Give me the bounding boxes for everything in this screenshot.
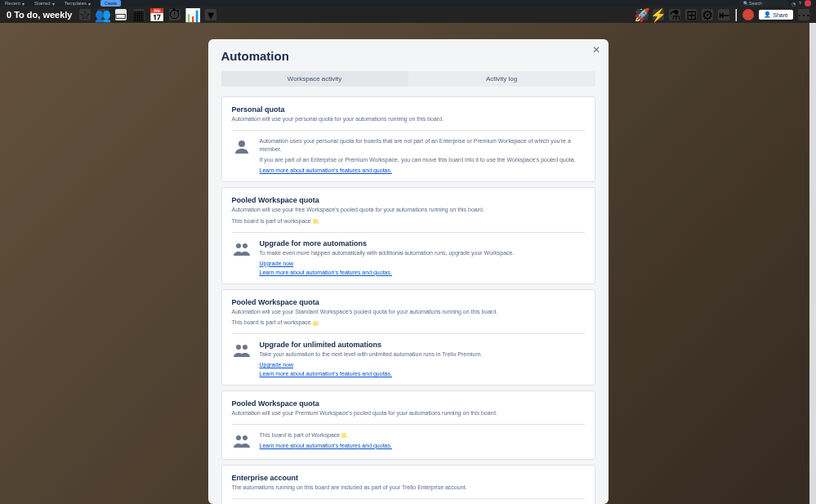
card-text: If you are part of an Enterprise or Prem… [260, 156, 585, 164]
powerup-icon[interactable]: ⊞ [685, 9, 697, 20]
svg-point-3 [236, 345, 241, 350]
learn-more-link[interactable]: Learn more about automation's features a… [260, 443, 585, 448]
learn-more-link[interactable]: Learn more about automation's features a… [260, 167, 585, 173]
learn-more-link[interactable]: Learn more about automation's features a… [260, 371, 585, 377]
upgrade-now-link[interactable]: Upgrade now [260, 362, 585, 368]
menu-templates[interactable]: Templates ▾ [65, 1, 91, 7]
badge-placeholder [313, 219, 318, 224]
card-text: Automation uses your personal quota for … [260, 137, 585, 154]
svg-point-0 [239, 140, 245, 147]
card-desc: Automation will use your personal quota … [232, 115, 585, 123]
card-desc: The automations running on this board ar… [232, 484, 585, 492]
filter-icon[interactable]: ⚗ [669, 9, 680, 20]
modal-overlay: ✕ Automation Workspace activity Activity… [0, 23, 816, 504]
card-title: Pooled Workspace quota [232, 399, 585, 408]
upgrade-now-link[interactable]: Upgrade now [260, 261, 585, 266]
star-icon[interactable]: ☆ [79, 9, 91, 20]
svg-point-2 [243, 243, 247, 248]
tab-bar: Workspace activity Activity log [221, 71, 595, 87]
view-icon-3[interactable]: ⏱ [169, 9, 181, 20]
view-icon-4[interactable]: 📊 [187, 9, 198, 20]
pooled-standard-card: Pooled Workspace quota Automation will u… [221, 289, 595, 386]
enterprise-account-card: Enterprise account The automations runni… [221, 465, 595, 504]
pooled-premium-card: Pooled Workspace quota Automation will u… [221, 390, 595, 460]
menu-icon[interactable]: ⋯ [798, 9, 809, 20]
sub-title: Upgrade for more automations [260, 239, 585, 248]
view-icon-1[interactable]: ▦ [133, 9, 145, 20]
tab-workspace-activity[interactable]: Workspace activity [221, 71, 408, 87]
people-icon [232, 341, 252, 360]
svg-point-6 [243, 435, 247, 440]
visibility-icon[interactable]: 👥 [97, 9, 109, 20]
member-avatar[interactable] [742, 9, 754, 20]
create-button[interactable]: Create [100, 0, 121, 7]
badge-placeholder [313, 321, 318, 326]
modal-title: Automation [221, 49, 595, 63]
card-text: This board is part of workspace. [232, 217, 585, 225]
tab-activity-log[interactable]: Activity log [408, 71, 595, 87]
automation-modal: ✕ Automation Workspace activity Activity… [208, 39, 609, 504]
chevron-down-icon[interactable]: ▾ [205, 9, 216, 20]
learn-more-link[interactable]: Learn more about automation's features a… [260, 270, 585, 275]
card-text: To make even more happen automatically w… [260, 249, 585, 257]
share-button[interactable]: 👤 Share [759, 10, 793, 20]
board-view-icon[interactable]: ▭ [115, 9, 127, 20]
card-desc: Automation will use your free Workspace'… [232, 206, 585, 214]
badge-placeholder [341, 433, 346, 438]
card-title: Enterprise account [232, 474, 585, 482]
topbar: Recent ▾ Starred ▾ Templates ▾ Create 🔍 … [0, 0, 816, 7]
notification-icon[interactable]: ◔ [791, 1, 796, 7]
person-icon [232, 137, 252, 157]
pooled-free-card: Pooled Workspace quota Automation will u… [221, 187, 595, 283]
svg-point-1 [236, 243, 241, 248]
svg-point-5 [236, 435, 241, 440]
search-input[interactable]: 🔍 Search [739, 0, 788, 7]
board-header: 0 To do, weekly ☆ 👥 ▭ ▦ 📅 ⏱ 📊 ▾ 🚀 ⚡ ⚗ ⊞ … [0, 7, 816, 23]
people-icon [232, 431, 252, 451]
menu-starred[interactable]: Starred ▾ [34, 1, 55, 7]
card-text: This board is part of workspace. [232, 319, 585, 327]
menu-recent[interactable]: Recent ▾ [5, 1, 25, 7]
card-desc: Automation will use your Standard Worksp… [232, 308, 585, 316]
help-icon[interactable]: ? [799, 1, 801, 6]
collapse-icon[interactable]: ⇤ [718, 9, 729, 20]
personal-quota-card: Personal quota Automation will use your … [221, 96, 595, 182]
card-text: Take your automation to the next level w… [260, 350, 585, 359]
user-avatar[interactable] [805, 0, 811, 7]
card-title: Personal quota [232, 105, 585, 114]
bolt-icon[interactable]: ⚡ [653, 9, 664, 20]
sub-title: Upgrade for unlimited automations [260, 341, 585, 349]
divider: | [734, 7, 738, 22]
card-desc: Automation will use your Premium Workspa… [232, 409, 585, 417]
close-icon[interactable]: ✕ [591, 44, 602, 56]
card-title: Pooled Workspace quota [232, 298, 585, 306]
svg-point-4 [243, 345, 247, 350]
rocket-icon[interactable]: 🚀 [636, 9, 648, 20]
card-text: This board is part of Workspace. [260, 431, 585, 439]
board-title: 0 To do, weekly [7, 10, 73, 20]
automation-icon[interactable]: ⚙ [702, 9, 713, 20]
people-icon [232, 239, 252, 259]
view-icon-2[interactable]: 📅 [151, 9, 163, 20]
card-title: Pooled Workspace quota [232, 196, 585, 204]
